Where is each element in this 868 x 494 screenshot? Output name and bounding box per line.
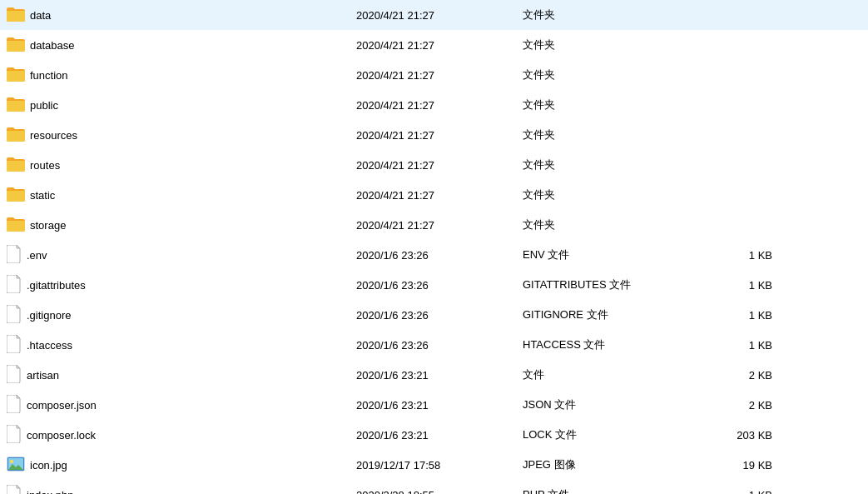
file-icon [7, 245, 22, 266]
list-item[interactable]: public 2020/4/21 21:27 文件夹 [0, 90, 868, 120]
folder-icon [7, 187, 25, 204]
file-name: routes [30, 159, 60, 172]
file-name: icon.jpg [30, 459, 67, 472]
file-date: 2020/1/6 23:21 [356, 429, 523, 442]
file-icon [7, 365, 22, 386]
file-date: 2020/4/21 21:27 [356, 69, 523, 82]
file-type: PHP 文件 [523, 487, 689, 494]
file-name-cell: composer.json [7, 395, 356, 416]
file-size: 2 KB [689, 369, 772, 382]
file-size: 19 KB [689, 459, 772, 472]
file-date: 2020/1/6 23:26 [356, 279, 523, 292]
file-name: composer.json [27, 399, 97, 412]
list-item[interactable]: composer.json 2020/1/6 23:21 JSON 文件 2 K… [0, 390, 868, 420]
list-item[interactable]: static 2020/4/21 21:27 文件夹 [0, 180, 868, 210]
file-type: 文件夹 [523, 37, 689, 52]
file-date: 2020/4/21 21:27 [356, 129, 523, 142]
file-type: JPEG 图像 [523, 457, 689, 472]
file-name: .htaccess [27, 339, 72, 352]
list-item[interactable]: .htaccess 2020/1/6 23:26 HTACCESS 文件 1 K… [0, 330, 868, 360]
list-item[interactable]: .gitignore 2020/1/6 23:26 GITIGNORE 文件 1… [0, 300, 868, 330]
file-date: 2020/4/21 21:27 [356, 219, 523, 232]
file-size: 1 KB [689, 309, 772, 322]
file-type: GITATTRIBUTES 文件 [523, 277, 689, 292]
file-name: artisan [27, 369, 59, 382]
image-icon [7, 457, 25, 474]
file-name-cell: function [7, 67, 356, 84]
list-item[interactable]: function 2020/4/21 21:27 文件夹 [0, 60, 868, 90]
folder-icon [7, 7, 25, 24]
file-name-cell: .env [7, 245, 356, 266]
file-type: ENV 文件 [523, 247, 689, 262]
file-date: 2020/4/21 21:27 [356, 9, 523, 22]
file-name-cell: composer.lock [7, 425, 356, 446]
list-item[interactable]: .env 2020/1/6 23:26 ENV 文件 1 KB [0, 240, 868, 270]
file-name-cell: index.php [7, 485, 356, 495]
file-date: 2020/4/21 21:27 [356, 159, 523, 172]
file-date: 2020/1/6 23:26 [356, 249, 523, 262]
file-size: 1 KB [689, 279, 772, 292]
file-size: 203 KB [689, 429, 772, 442]
file-name-cell: static [7, 187, 356, 204]
file-icon [7, 395, 22, 416]
file-icon [7, 335, 22, 356]
file-type: 文件夹 [523, 67, 689, 82]
file-name: index.php [27, 489, 73, 495]
file-name: storage [30, 219, 66, 232]
list-item[interactable]: resources 2020/4/21 21:27 文件夹 [0, 120, 868, 150]
file-name: database [30, 39, 75, 52]
file-name: resources [30, 129, 77, 142]
list-item[interactable]: artisan 2020/1/6 23:21 文件 2 KB [0, 360, 868, 390]
file-date: 2019/12/17 17:58 [356, 459, 523, 472]
file-date: 2020/1/6 23:21 [356, 399, 523, 412]
list-item[interactable]: database 2020/4/21 21:27 文件夹 [0, 30, 868, 60]
file-name-cell: .gitignore [7, 305, 356, 326]
list-item[interactable]: storage 2020/4/21 21:27 文件夹 [0, 210, 868, 240]
folder-icon [7, 67, 25, 84]
folder-icon [7, 157, 25, 174]
file-date: 2020/4/21 21:27 [356, 189, 523, 202]
file-name: .gitattributes [27, 279, 86, 292]
list-item[interactable]: .gitattributes 2020/1/6 23:26 GITATTRIBU… [0, 270, 868, 300]
file-name-cell: icon.jpg [7, 457, 356, 474]
file-name: function [30, 69, 68, 82]
file-icon [7, 485, 22, 495]
file-name: .env [27, 249, 47, 262]
file-date: 2020/1/6 23:21 [356, 369, 523, 382]
folder-icon [7, 127, 25, 144]
list-item[interactable]: data 2020/4/21 21:27 文件夹 [0, 0, 868, 30]
file-type: JSON 文件 [523, 397, 689, 412]
file-size: 2 KB [689, 399, 772, 412]
file-date: 2020/1/6 23:26 [356, 339, 523, 352]
file-name: composer.lock [27, 429, 96, 442]
file-name-cell: database [7, 37, 356, 54]
folder-icon [7, 97, 25, 114]
file-type: HTACCESS 文件 [523, 337, 689, 352]
file-name-cell: public [7, 97, 356, 114]
file-name-cell: storage [7, 217, 356, 234]
file-type: GITIGNORE 文件 [523, 307, 689, 322]
svg-point-3 [10, 460, 13, 463]
file-date: 2020/3/28 18:55 [356, 489, 523, 495]
file-name-cell: routes [7, 157, 356, 174]
list-item[interactable]: icon.jpg 2019/12/17 17:58 JPEG 图像 19 KB [0, 450, 868, 480]
file-icon [7, 275, 22, 296]
list-item[interactable]: composer.lock 2020/1/6 23:21 LOCK 文件 203… [0, 420, 868, 450]
file-type: 文件夹 [523, 157, 689, 172]
file-date: 2020/4/21 21:27 [356, 39, 523, 52]
file-size: 1 KB [689, 249, 772, 262]
file-name: static [30, 189, 55, 202]
file-size: 1 KB [689, 339, 772, 352]
file-type: 文件夹 [523, 127, 689, 142]
file-name-cell: resources [7, 127, 356, 144]
list-item[interactable]: index.php 2020/3/28 18:55 PHP 文件 1 KB [0, 480, 868, 494]
file-type: 文件夹 [523, 97, 689, 112]
file-name-cell: data [7, 7, 356, 24]
file-name: data [30, 9, 51, 22]
file-type: 文件夹 [523, 187, 689, 202]
folder-icon [7, 37, 25, 54]
file-type: 文件夹 [523, 217, 689, 232]
file-name: public [30, 99, 58, 112]
list-item[interactable]: routes 2020/4/21 21:27 文件夹 [0, 150, 868, 180]
folder-icon [7, 217, 25, 234]
